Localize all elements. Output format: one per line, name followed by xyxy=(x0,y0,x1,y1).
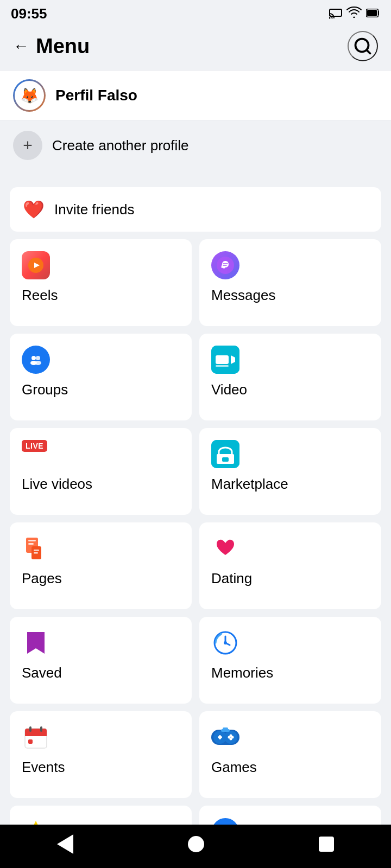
svg-point-10 xyxy=(31,356,36,360)
svg-rect-15 xyxy=(216,355,229,364)
messages-label: Messages xyxy=(211,287,369,304)
svg-rect-23 xyxy=(28,543,34,545)
grid-item-events[interactable]: Events xyxy=(10,711,192,798)
grid-item-pages[interactable]: Pages xyxy=(10,522,192,609)
grid-item-saved[interactable]: Saved xyxy=(10,617,192,704)
status-bar: 09:55 xyxy=(0,0,391,25)
back-nav-icon xyxy=(57,834,73,854)
svg-rect-39 xyxy=(219,735,221,739)
header: ← Menu xyxy=(0,25,391,70)
groups-label: Groups xyxy=(22,381,180,398)
heart-icon: ❤️ xyxy=(23,199,45,220)
memories-label: Memories xyxy=(211,665,369,681)
svg-rect-3 xyxy=(367,10,377,16)
svg-point-28 xyxy=(224,641,227,644)
nav-home-button[interactable] xyxy=(188,836,204,852)
nav-back-button[interactable] xyxy=(57,834,73,854)
svg-rect-17 xyxy=(216,365,229,367)
grid-item-video[interactable]: Video xyxy=(199,334,381,420)
grid-item-messages[interactable]: Messages xyxy=(199,239,381,326)
live-videos-label: Live videos xyxy=(22,476,180,493)
svg-rect-33 xyxy=(40,726,42,732)
plus-icon: + xyxy=(13,131,42,160)
video-icon xyxy=(211,346,239,374)
page-title: Menu xyxy=(36,35,90,58)
games-icon xyxy=(211,723,239,751)
games-label: Games xyxy=(211,759,369,776)
create-profile-label: Create another profile xyxy=(52,137,188,154)
messages-icon xyxy=(211,251,239,279)
avatar-icon: 🦊 xyxy=(20,87,39,105)
svg-point-13 xyxy=(35,361,41,365)
menu-grid: Reels Messages xyxy=(0,239,391,868)
saved-icon xyxy=(22,629,50,657)
dating-label: Dating xyxy=(211,570,369,587)
svg-rect-25 xyxy=(34,550,39,551)
invite-friends-label: Invite friends xyxy=(54,201,134,218)
pages-label: Pages xyxy=(22,570,180,587)
marketplace-label: Marketplace xyxy=(211,476,369,493)
events-label: Events xyxy=(22,759,180,776)
status-icons xyxy=(329,6,380,22)
svg-rect-22 xyxy=(28,540,36,541)
home-nav-icon xyxy=(188,836,204,852)
live-icon: LIVE xyxy=(22,440,50,468)
bottom-nav xyxy=(0,825,391,868)
reels-label: Reels xyxy=(22,287,180,304)
grid-item-groups[interactable]: Groups xyxy=(10,334,192,420)
avatar: 🦊 xyxy=(13,79,46,112)
svg-rect-31 xyxy=(25,734,47,736)
grid-item-games[interactable]: Games xyxy=(199,711,381,798)
reels-icon xyxy=(22,251,50,279)
marketplace-icon xyxy=(211,440,239,468)
grid-item-marketplace[interactable]: Marketplace xyxy=(199,428,381,515)
svg-rect-26 xyxy=(34,552,38,554)
profile-name: Perfil Falso xyxy=(55,87,137,104)
back-button[interactable]: ← xyxy=(13,37,29,55)
invite-friends-row[interactable]: ❤️ Invite friends xyxy=(10,187,381,232)
live-badge: LIVE xyxy=(22,440,47,452)
svg-rect-34 xyxy=(28,739,33,744)
grid-item-memories[interactable]: Memories xyxy=(199,617,381,704)
cast-icon xyxy=(329,6,342,22)
svg-rect-45 xyxy=(221,729,230,732)
groups-icon xyxy=(22,346,50,374)
svg-rect-0 xyxy=(330,9,342,16)
create-profile-row[interactable]: + Create another profile xyxy=(0,121,391,170)
status-time: 09:55 xyxy=(11,5,47,22)
svg-point-43 xyxy=(230,738,232,741)
wifi-icon xyxy=(346,7,362,21)
dating-icon xyxy=(211,534,239,563)
nav-recents-button[interactable] xyxy=(319,837,334,852)
svg-point-37 xyxy=(224,731,237,744)
memories-icon xyxy=(211,629,239,657)
search-button[interactable] xyxy=(348,31,378,61)
header-left: ← Menu xyxy=(13,35,90,58)
svg-rect-20 xyxy=(222,457,229,462)
grid-item-dating[interactable]: Dating xyxy=(199,522,381,609)
grid-item-live-videos[interactable]: LIVE Live videos xyxy=(10,428,192,515)
recents-nav-icon xyxy=(319,837,334,852)
svg-point-11 xyxy=(36,356,40,360)
svg-point-1 xyxy=(329,17,331,19)
profile-row[interactable]: 🦊 Perfil Falso xyxy=(0,70,391,121)
svg-point-42 xyxy=(230,735,232,737)
battery-icon xyxy=(366,8,380,20)
pages-icon xyxy=(22,534,50,563)
svg-rect-32 xyxy=(29,726,31,732)
svg-line-5 xyxy=(367,50,370,54)
svg-point-9 xyxy=(27,351,45,368)
video-label: Video xyxy=(211,381,369,398)
events-icon xyxy=(22,723,50,751)
saved-label: Saved xyxy=(22,665,180,681)
grid-item-reels[interactable]: Reels xyxy=(10,239,192,326)
